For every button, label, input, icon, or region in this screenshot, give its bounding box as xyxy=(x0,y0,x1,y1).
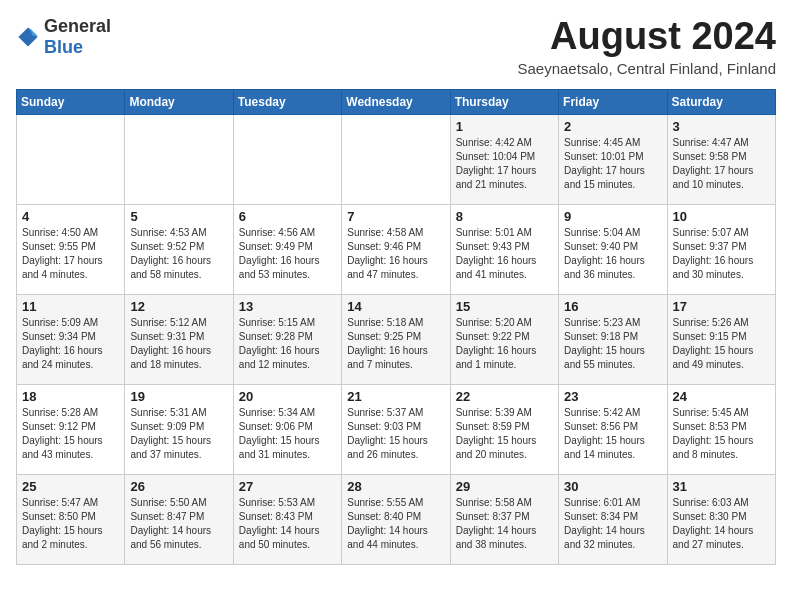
day-cell: 23Sunrise: 5:42 AM Sunset: 8:56 PM Dayli… xyxy=(559,384,667,474)
day-cell xyxy=(233,114,341,204)
day-info: Sunrise: 4:58 AM Sunset: 9:46 PM Dayligh… xyxy=(347,226,444,282)
day-number: 15 xyxy=(456,299,553,314)
day-info: Sunrise: 5:15 AM Sunset: 9:28 PM Dayligh… xyxy=(239,316,336,372)
day-cell: 21Sunrise: 5:37 AM Sunset: 9:03 PM Dayli… xyxy=(342,384,450,474)
svg-marker-0 xyxy=(18,27,37,46)
day-cell: 15Sunrise: 5:20 AM Sunset: 9:22 PM Dayli… xyxy=(450,294,558,384)
day-number: 19 xyxy=(130,389,227,404)
day-cell: 17Sunrise: 5:26 AM Sunset: 9:15 PM Dayli… xyxy=(667,294,775,384)
day-cell: 6Sunrise: 4:56 AM Sunset: 9:49 PM Daylig… xyxy=(233,204,341,294)
day-cell: 16Sunrise: 5:23 AM Sunset: 9:18 PM Dayli… xyxy=(559,294,667,384)
day-number: 25 xyxy=(22,479,119,494)
day-info: Sunrise: 5:23 AM Sunset: 9:18 PM Dayligh… xyxy=(564,316,661,372)
title-block: August 2024 Saeynaetsalo, Central Finlan… xyxy=(518,16,777,77)
day-info: Sunrise: 5:50 AM Sunset: 8:47 PM Dayligh… xyxy=(130,496,227,552)
logo: General Blue xyxy=(16,16,111,58)
calendar-title: August 2024 xyxy=(518,16,777,58)
day-number: 31 xyxy=(673,479,770,494)
day-cell: 25Sunrise: 5:47 AM Sunset: 8:50 PM Dayli… xyxy=(17,474,125,564)
day-cell: 3Sunrise: 4:47 AM Sunset: 9:58 PM Daylig… xyxy=(667,114,775,204)
weekday-header-row: SundayMondayTuesdayWednesdayThursdayFrid… xyxy=(17,89,776,114)
weekday-header-saturday: Saturday xyxy=(667,89,775,114)
logo-blue-text: Blue xyxy=(44,37,83,57)
calendar-table: SundayMondayTuesdayWednesdayThursdayFrid… xyxy=(16,89,776,565)
day-info: Sunrise: 5:31 AM Sunset: 9:09 PM Dayligh… xyxy=(130,406,227,462)
day-info: Sunrise: 4:47 AM Sunset: 9:58 PM Dayligh… xyxy=(673,136,770,192)
day-number: 2 xyxy=(564,119,661,134)
day-number: 23 xyxy=(564,389,661,404)
day-info: Sunrise: 4:42 AM Sunset: 10:04 PM Daylig… xyxy=(456,136,553,192)
day-cell: 12Sunrise: 5:12 AM Sunset: 9:31 PM Dayli… xyxy=(125,294,233,384)
week-row-4: 18Sunrise: 5:28 AM Sunset: 9:12 PM Dayli… xyxy=(17,384,776,474)
week-row-1: 1Sunrise: 4:42 AM Sunset: 10:04 PM Dayli… xyxy=(17,114,776,204)
day-cell: 19Sunrise: 5:31 AM Sunset: 9:09 PM Dayli… xyxy=(125,384,233,474)
day-info: Sunrise: 5:39 AM Sunset: 8:59 PM Dayligh… xyxy=(456,406,553,462)
day-info: Sunrise: 5:20 AM Sunset: 9:22 PM Dayligh… xyxy=(456,316,553,372)
day-number: 26 xyxy=(130,479,227,494)
day-number: 12 xyxy=(130,299,227,314)
weekday-header-wednesday: Wednesday xyxy=(342,89,450,114)
day-info: Sunrise: 5:01 AM Sunset: 9:43 PM Dayligh… xyxy=(456,226,553,282)
day-info: Sunrise: 6:03 AM Sunset: 8:30 PM Dayligh… xyxy=(673,496,770,552)
day-cell: 18Sunrise: 5:28 AM Sunset: 9:12 PM Dayli… xyxy=(17,384,125,474)
logo-general-text: General xyxy=(44,16,111,36)
week-row-5: 25Sunrise: 5:47 AM Sunset: 8:50 PM Dayli… xyxy=(17,474,776,564)
day-cell: 10Sunrise: 5:07 AM Sunset: 9:37 PM Dayli… xyxy=(667,204,775,294)
day-info: Sunrise: 5:55 AM Sunset: 8:40 PM Dayligh… xyxy=(347,496,444,552)
day-cell: 5Sunrise: 4:53 AM Sunset: 9:52 PM Daylig… xyxy=(125,204,233,294)
day-info: Sunrise: 5:58 AM Sunset: 8:37 PM Dayligh… xyxy=(456,496,553,552)
day-info: Sunrise: 5:45 AM Sunset: 8:53 PM Dayligh… xyxy=(673,406,770,462)
day-number: 14 xyxy=(347,299,444,314)
day-info: Sunrise: 4:56 AM Sunset: 9:49 PM Dayligh… xyxy=(239,226,336,282)
day-info: Sunrise: 5:34 AM Sunset: 9:06 PM Dayligh… xyxy=(239,406,336,462)
day-number: 28 xyxy=(347,479,444,494)
day-cell: 20Sunrise: 5:34 AM Sunset: 9:06 PM Dayli… xyxy=(233,384,341,474)
day-info: Sunrise: 5:37 AM Sunset: 9:03 PM Dayligh… xyxy=(347,406,444,462)
day-number: 1 xyxy=(456,119,553,134)
day-cell: 31Sunrise: 6:03 AM Sunset: 8:30 PM Dayli… xyxy=(667,474,775,564)
day-info: Sunrise: 5:12 AM Sunset: 9:31 PM Dayligh… xyxy=(130,316,227,372)
day-cell: 27Sunrise: 5:53 AM Sunset: 8:43 PM Dayli… xyxy=(233,474,341,564)
weekday-header-friday: Friday xyxy=(559,89,667,114)
weekday-header-sunday: Sunday xyxy=(17,89,125,114)
day-cell: 28Sunrise: 5:55 AM Sunset: 8:40 PM Dayli… xyxy=(342,474,450,564)
day-cell: 8Sunrise: 5:01 AM Sunset: 9:43 PM Daylig… xyxy=(450,204,558,294)
logo-icon xyxy=(16,25,40,49)
day-number: 17 xyxy=(673,299,770,314)
day-number: 4 xyxy=(22,209,119,224)
day-number: 22 xyxy=(456,389,553,404)
day-cell xyxy=(342,114,450,204)
day-info: Sunrise: 4:50 AM Sunset: 9:55 PM Dayligh… xyxy=(22,226,119,282)
day-cell: 14Sunrise: 5:18 AM Sunset: 9:25 PM Dayli… xyxy=(342,294,450,384)
day-info: Sunrise: 5:53 AM Sunset: 8:43 PM Dayligh… xyxy=(239,496,336,552)
day-number: 3 xyxy=(673,119,770,134)
day-cell: 13Sunrise: 5:15 AM Sunset: 9:28 PM Dayli… xyxy=(233,294,341,384)
day-number: 11 xyxy=(22,299,119,314)
day-info: Sunrise: 4:45 AM Sunset: 10:01 PM Daylig… xyxy=(564,136,661,192)
weekday-header-tuesday: Tuesday xyxy=(233,89,341,114)
day-number: 9 xyxy=(564,209,661,224)
header: General Blue August 2024 Saeynaetsalo, C… xyxy=(16,16,776,77)
day-cell: 1Sunrise: 4:42 AM Sunset: 10:04 PM Dayli… xyxy=(450,114,558,204)
day-cell: 30Sunrise: 6:01 AM Sunset: 8:34 PM Dayli… xyxy=(559,474,667,564)
day-number: 30 xyxy=(564,479,661,494)
day-number: 29 xyxy=(456,479,553,494)
day-cell xyxy=(125,114,233,204)
day-number: 16 xyxy=(564,299,661,314)
day-cell: 22Sunrise: 5:39 AM Sunset: 8:59 PM Dayli… xyxy=(450,384,558,474)
day-info: Sunrise: 5:09 AM Sunset: 9:34 PM Dayligh… xyxy=(22,316,119,372)
calendar-subtitle: Saeynaetsalo, Central Finland, Finland xyxy=(518,60,777,77)
day-number: 20 xyxy=(239,389,336,404)
day-cell: 11Sunrise: 5:09 AM Sunset: 9:34 PM Dayli… xyxy=(17,294,125,384)
day-cell: 26Sunrise: 5:50 AM Sunset: 8:47 PM Dayli… xyxy=(125,474,233,564)
day-number: 8 xyxy=(456,209,553,224)
day-number: 6 xyxy=(239,209,336,224)
day-info: Sunrise: 5:47 AM Sunset: 8:50 PM Dayligh… xyxy=(22,496,119,552)
day-cell xyxy=(17,114,125,204)
day-cell: 2Sunrise: 4:45 AM Sunset: 10:01 PM Dayli… xyxy=(559,114,667,204)
day-number: 27 xyxy=(239,479,336,494)
day-number: 7 xyxy=(347,209,444,224)
week-row-3: 11Sunrise: 5:09 AM Sunset: 9:34 PM Dayli… xyxy=(17,294,776,384)
day-cell: 4Sunrise: 4:50 AM Sunset: 9:55 PM Daylig… xyxy=(17,204,125,294)
day-number: 13 xyxy=(239,299,336,314)
